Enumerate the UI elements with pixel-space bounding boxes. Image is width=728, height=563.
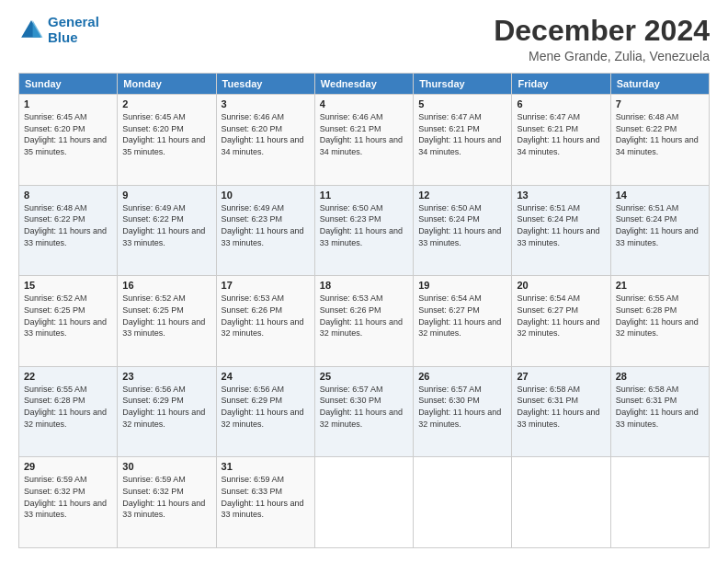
day-cell: 18 Sunrise: 6:53 AM Sunset: 6:26 PM Dayl… bbox=[314, 276, 413, 367]
day-number: 10 bbox=[222, 190, 310, 201]
header-saturday: Saturday bbox=[610, 74, 709, 95]
daylight-label: Daylight: 11 hours and 33 minutes. bbox=[24, 499, 107, 520]
calendar-table: SundayMondayTuesdayWednesdayThursdayFrid… bbox=[18, 73, 710, 548]
day-cell: 21 Sunrise: 6:55 AM Sunset: 6:28 PM Dayl… bbox=[610, 276, 709, 367]
day-info: Sunrise: 6:47 AM Sunset: 6:21 PM Dayligh… bbox=[418, 111, 506, 157]
sunrise-label: Sunrise: 6:56 AM bbox=[222, 385, 285, 394]
sunset-label: Sunset: 6:22 PM bbox=[24, 214, 85, 224]
day-number: 29 bbox=[24, 461, 112, 472]
daylight-label: Daylight: 11 hours and 32 minutes. bbox=[24, 408, 107, 429]
sunrise-label: Sunrise: 6:49 AM bbox=[122, 203, 186, 213]
sunset-label: Sunset: 6:26 PM bbox=[222, 305, 283, 315]
sunrise-label: Sunrise: 6:46 AM bbox=[222, 112, 285, 121]
day-info: Sunrise: 6:56 AM Sunset: 6:29 PM Dayligh… bbox=[122, 384, 210, 430]
sunset-label: Sunset: 6:32 PM bbox=[24, 487, 85, 496]
sunrise-label: Sunrise: 6:45 AM bbox=[24, 112, 87, 121]
day-number: 17 bbox=[222, 280, 310, 291]
day-cell: 22 Sunrise: 6:55 AM Sunset: 6:28 PM Dayl… bbox=[19, 366, 118, 457]
day-number: 22 bbox=[24, 371, 112, 382]
day-number: 5 bbox=[418, 98, 506, 109]
sunrise-label: Sunrise: 6:57 AM bbox=[418, 385, 482, 394]
sunset-label: Sunset: 6:23 PM bbox=[222, 214, 283, 224]
day-number: 23 bbox=[122, 371, 210, 382]
daylight-label: Daylight: 11 hours and 33 minutes. bbox=[122, 226, 205, 247]
daylight-label: Daylight: 11 hours and 34 minutes. bbox=[320, 135, 403, 156]
sunrise-label: Sunrise: 6:53 AM bbox=[320, 293, 383, 303]
day-cell: 28 Sunrise: 6:58 AM Sunset: 6:31 PM Dayl… bbox=[610, 366, 709, 457]
sunrise-label: Sunrise: 6:52 AM bbox=[122, 293, 186, 303]
day-info: Sunrise: 6:53 AM Sunset: 6:26 PM Dayligh… bbox=[222, 293, 310, 339]
sunrise-label: Sunrise: 6:55 AM bbox=[616, 293, 679, 303]
sunrise-label: Sunrise: 6:56 AM bbox=[122, 385, 186, 394]
sunrise-label: Sunrise: 6:49 AM bbox=[222, 203, 285, 213]
daylight-label: Daylight: 11 hours and 32 minutes. bbox=[418, 317, 501, 339]
day-cell: 2 Sunrise: 6:45 AM Sunset: 6:20 PM Dayli… bbox=[118, 95, 216, 186]
sunrise-label: Sunrise: 6:53 AM bbox=[222, 293, 285, 303]
header: General Blue December 2024 Mene Grande, … bbox=[18, 15, 710, 63]
day-info: Sunrise: 6:46 AM Sunset: 6:21 PM Dayligh… bbox=[320, 111, 408, 157]
header-sunday: Sunday bbox=[19, 74, 118, 95]
svg-marker-1 bbox=[33, 20, 43, 38]
day-number: 31 bbox=[222, 461, 310, 472]
daylight-label: Daylight: 11 hours and 33 minutes. bbox=[122, 317, 205, 339]
daylight-label: Daylight: 11 hours and 32 minutes. bbox=[320, 408, 403, 429]
sunset-label: Sunset: 6:24 PM bbox=[616, 214, 677, 224]
day-info: Sunrise: 6:48 AM Sunset: 6:22 PM Dayligh… bbox=[616, 111, 704, 157]
daylight-label: Daylight: 11 hours and 32 minutes. bbox=[320, 317, 403, 339]
daylight-label: Daylight: 11 hours and 33 minutes. bbox=[517, 226, 599, 247]
sunset-label: Sunset: 6:24 PM bbox=[517, 214, 578, 224]
day-cell: 29 Sunrise: 6:59 AM Sunset: 6:32 PM Dayl… bbox=[19, 457, 118, 548]
daylight-label: Daylight: 11 hours and 34 minutes. bbox=[616, 135, 699, 156]
daylight-label: Daylight: 11 hours and 35 minutes. bbox=[122, 135, 205, 156]
day-number: 15 bbox=[24, 280, 112, 291]
week-row-4: 22 Sunrise: 6:55 AM Sunset: 6:28 PM Dayl… bbox=[19, 366, 710, 457]
sunset-label: Sunset: 6:20 PM bbox=[222, 124, 283, 133]
sunset-label: Sunset: 6:20 PM bbox=[122, 124, 184, 133]
day-info: Sunrise: 6:59 AM Sunset: 6:32 PM Dayligh… bbox=[122, 474, 210, 520]
day-info: Sunrise: 6:49 AM Sunset: 6:22 PM Dayligh… bbox=[122, 202, 210, 248]
day-cell: 25 Sunrise: 6:57 AM Sunset: 6:30 PM Dayl… bbox=[314, 366, 413, 457]
sunrise-label: Sunrise: 6:48 AM bbox=[24, 203, 87, 213]
daylight-label: Daylight: 11 hours and 32 minutes. bbox=[616, 317, 699, 339]
sunrise-label: Sunrise: 6:48 AM bbox=[616, 112, 679, 121]
day-info: Sunrise: 6:59 AM Sunset: 6:33 PM Dayligh… bbox=[222, 474, 310, 520]
sunset-label: Sunset: 6:32 PM bbox=[122, 487, 184, 496]
day-cell bbox=[314, 457, 413, 548]
day-cell: 19 Sunrise: 6:54 AM Sunset: 6:27 PM Dayl… bbox=[414, 276, 512, 367]
sunrise-label: Sunrise: 6:47 AM bbox=[517, 112, 580, 121]
day-cell: 10 Sunrise: 6:49 AM Sunset: 6:23 PM Dayl… bbox=[216, 185, 314, 276]
daylight-label: Daylight: 11 hours and 32 minutes. bbox=[222, 317, 304, 339]
day-info: Sunrise: 6:57 AM Sunset: 6:30 PM Dayligh… bbox=[418, 384, 506, 430]
week-row-5: 29 Sunrise: 6:59 AM Sunset: 6:32 PM Dayl… bbox=[19, 457, 710, 548]
sunset-label: Sunset: 6:27 PM bbox=[517, 305, 578, 315]
logo-icon bbox=[18, 17, 44, 43]
sunrise-label: Sunrise: 6:59 AM bbox=[122, 475, 186, 484]
daylight-label: Daylight: 11 hours and 32 minutes. bbox=[517, 317, 599, 339]
day-cell: 14 Sunrise: 6:51 AM Sunset: 6:24 PM Dayl… bbox=[610, 185, 709, 276]
sunrise-label: Sunrise: 6:55 AM bbox=[24, 385, 87, 394]
day-number: 6 bbox=[517, 98, 605, 109]
sunset-label: Sunset: 6:28 PM bbox=[24, 396, 85, 405]
subtitle: Mene Grande, Zulia, Venezuela bbox=[494, 49, 710, 63]
day-info: Sunrise: 6:50 AM Sunset: 6:24 PM Dayligh… bbox=[418, 202, 506, 248]
day-cell: 3 Sunrise: 6:46 AM Sunset: 6:20 PM Dayli… bbox=[216, 95, 314, 186]
day-info: Sunrise: 6:48 AM Sunset: 6:22 PM Dayligh… bbox=[24, 202, 112, 248]
daylight-label: Daylight: 11 hours and 33 minutes. bbox=[24, 317, 107, 339]
sunset-label: Sunset: 6:20 PM bbox=[24, 124, 85, 133]
day-cell: 6 Sunrise: 6:47 AM Sunset: 6:21 PM Dayli… bbox=[512, 95, 610, 186]
daylight-label: Daylight: 11 hours and 32 minutes. bbox=[222, 408, 304, 429]
day-cell: 13 Sunrise: 6:51 AM Sunset: 6:24 PM Dayl… bbox=[512, 185, 610, 276]
sunrise-label: Sunrise: 6:58 AM bbox=[517, 385, 580, 394]
day-info: Sunrise: 6:51 AM Sunset: 6:24 PM Dayligh… bbox=[616, 202, 704, 248]
day-number: 16 bbox=[122, 280, 210, 291]
day-info: Sunrise: 6:55 AM Sunset: 6:28 PM Dayligh… bbox=[616, 293, 704, 339]
day-cell: 30 Sunrise: 6:59 AM Sunset: 6:32 PM Dayl… bbox=[118, 457, 216, 548]
sunrise-label: Sunrise: 6:50 AM bbox=[320, 203, 383, 213]
daylight-label: Daylight: 11 hours and 32 minutes. bbox=[122, 408, 205, 429]
day-cell: 17 Sunrise: 6:53 AM Sunset: 6:26 PM Dayl… bbox=[216, 276, 314, 367]
sunrise-label: Sunrise: 6:54 AM bbox=[418, 293, 482, 303]
sunset-label: Sunset: 6:30 PM bbox=[418, 396, 480, 405]
day-cell: 7 Sunrise: 6:48 AM Sunset: 6:22 PM Dayli… bbox=[610, 95, 709, 186]
week-row-2: 8 Sunrise: 6:48 AM Sunset: 6:22 PM Dayli… bbox=[19, 185, 710, 276]
header-wednesday: Wednesday bbox=[314, 74, 413, 95]
